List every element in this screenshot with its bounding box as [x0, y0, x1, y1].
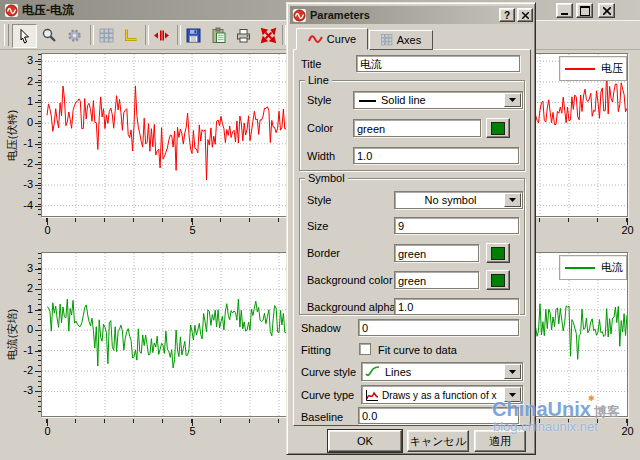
line-width-input[interactable]	[353, 147, 519, 164]
curve-type-combo[interactable]: Draws y as a function of x	[361, 385, 523, 404]
tab-axes-label: Axes	[397, 34, 421, 46]
symbol-border-swatch-button[interactable]	[486, 243, 510, 263]
line-color-input[interactable]	[353, 119, 481, 137]
parameters-dialog: Parameters ? Curve Axes	[286, 2, 536, 455]
y-axis-title: 电流(安培)	[5, 297, 18, 373]
toolbar-grip[interactable]	[4, 24, 9, 46]
symbol-bgcolor-swatch-button[interactable]	[486, 270, 510, 290]
shadow-label: Shadow	[301, 322, 341, 334]
tab-curve-label: Curve	[327, 33, 356, 45]
x-tick-label: 5	[182, 425, 203, 437]
line-style-label: Style	[307, 94, 331, 106]
toolbar-separator	[145, 25, 149, 45]
settings-tool-button[interactable]	[63, 24, 86, 46]
curve-style-label: Curve style	[301, 366, 356, 378]
cancel-button[interactable]: キャンセル	[407, 430, 469, 452]
dialog-close-button[interactable]	[517, 8, 533, 22]
curve-style-combo[interactable]: Lines	[361, 362, 523, 381]
dialog-titlebar[interactable]: Parameters	[290, 6, 534, 24]
shadow-input[interactable]	[358, 319, 519, 336]
y-tick-label: 3	[12, 54, 33, 66]
paste-icon	[210, 27, 227, 44]
close-icon	[603, 7, 611, 15]
y-tick-label: 3	[12, 262, 33, 274]
x-tick-label: 5	[182, 224, 203, 236]
line-style-value: Solid line	[381, 94, 426, 106]
dropdown-arrow-icon[interactable]	[504, 364, 521, 379]
y-axis-title: 电压(伏特)	[5, 98, 18, 174]
color-swatch	[491, 274, 505, 287]
minimize-button[interactable]	[556, 3, 573, 18]
print-button[interactable]	[232, 24, 255, 46]
tab-curve[interactable]: Curve	[296, 28, 368, 50]
close-icon	[522, 12, 529, 19]
ok-button[interactable]: OK	[328, 430, 402, 452]
baseline-input[interactable]	[358, 407, 519, 424]
maximize-button[interactable]	[576, 3, 593, 18]
grid-tool-button[interactable]	[95, 24, 118, 46]
grid-icon	[98, 27, 115, 44]
maximize-icon	[580, 6, 590, 16]
y-axis-minor-ticks	[38, 253, 41, 416]
y-axis-minor-ticks	[38, 54, 41, 216]
minimize-icon	[561, 13, 568, 15]
legend-line-sample	[565, 267, 595, 269]
color-swatch	[491, 247, 505, 260]
toolbar-separator	[90, 25, 94, 45]
legend-line-sample	[565, 68, 595, 70]
zoom-fit-button[interactable]	[257, 24, 280, 46]
paste-button[interactable]	[207, 24, 230, 46]
dialog-title: Parameters	[310, 9, 370, 21]
fit-curve-checkbox[interactable]	[359, 343, 371, 355]
gear-icon	[66, 27, 83, 44]
line-style-combo[interactable]: Solid line	[353, 91, 523, 109]
axes-grid-icon	[381, 34, 393, 46]
curve-type-label: Curve type	[301, 389, 354, 401]
legend-label: 电压	[601, 61, 623, 76]
legend-1[interactable]: 电压	[559, 56, 627, 81]
zoom-fit-icon	[260, 27, 277, 44]
baseline-label: Baseline	[301, 411, 343, 423]
pointer-tool-button[interactable]	[12, 24, 37, 48]
symbol-bgalpha-input[interactable]	[394, 298, 519, 315]
data-markers-icon	[153, 27, 170, 44]
toolbar-separator	[177, 25, 181, 45]
dialog-help-button[interactable]: ?	[499, 8, 515, 22]
symbol-bgcolor-label: Background color	[307, 274, 393, 286]
y-tick-label: -3	[12, 384, 33, 396]
dropdown-arrow-icon[interactable]	[504, 193, 521, 207]
axes-scale-tool-button[interactable]	[119, 24, 142, 46]
symbol-size-input[interactable]	[394, 217, 519, 234]
y-tick-label: 2	[12, 75, 33, 87]
title-input[interactable]	[356, 55, 520, 72]
x-tick-label: 20	[617, 425, 638, 437]
symbol-style-label: Style	[307, 194, 331, 206]
dropdown-arrow-icon[interactable]	[504, 387, 521, 402]
data-markers-tool-button[interactable]	[150, 24, 173, 46]
dialog-logo-icon	[293, 9, 306, 22]
symbol-border-label: Border	[307, 247, 340, 259]
symbol-style-combo[interactable]: No symbol	[394, 191, 523, 209]
fitting-label: Fitting	[301, 344, 331, 356]
tab-axes[interactable]: Axes	[369, 30, 433, 50]
x-tick-label: 0	[37, 425, 58, 437]
x-tick-label: 20	[617, 224, 638, 236]
curve-style-value: Lines	[385, 366, 411, 378]
y-tick-label: -3	[12, 178, 33, 190]
legend-label: 电流	[601, 260, 623, 275]
line-width-label: Width	[307, 150, 335, 162]
line-group-legend: Line	[305, 74, 332, 86]
save-button[interactable]	[182, 24, 205, 46]
apply-button[interactable]: 適用	[474, 430, 526, 452]
line-color-swatch-button[interactable]	[486, 118, 510, 138]
print-icon	[235, 27, 252, 44]
legend-2[interactable]: 电流	[559, 255, 627, 280]
close-button[interactable]	[598, 3, 615, 18]
symbol-border-input[interactable]	[394, 244, 479, 262]
yfx-curve-icon	[365, 389, 379, 402]
dropdown-arrow-icon[interactable]	[504, 93, 521, 107]
symbol-bgcolor-input[interactable]	[394, 271, 479, 289]
symbol-group-legend: Symbol	[305, 172, 348, 184]
fit-curve-checkbox-label: Fit curve to data	[378, 344, 457, 356]
zoom-tool-button[interactable]	[38, 24, 61, 46]
